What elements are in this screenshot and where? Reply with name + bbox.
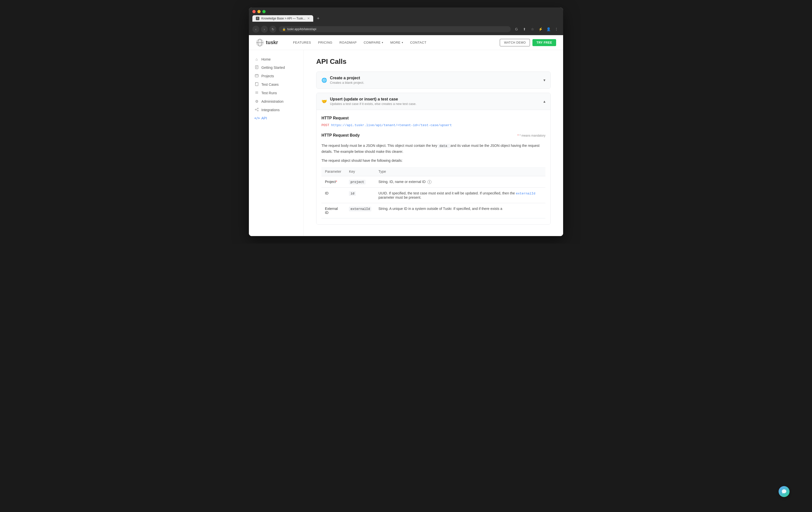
upsert-subtitle: Updates a test case if it exists, else c… bbox=[330, 102, 416, 106]
logo[interactable]: tuskr bbox=[256, 39, 278, 47]
main-content: API Calls 🌐 Create a project Creates a b… bbox=[304, 50, 563, 236]
sidebar: ⌂ Home Getting Started bbox=[249, 50, 304, 236]
integrations-icon bbox=[254, 108, 259, 112]
nav-features[interactable]: FEATURES bbox=[291, 39, 314, 46]
compare-dropdown-arrow: ▾ bbox=[382, 41, 383, 44]
sidebar-label-test-cases: Test Cases bbox=[261, 83, 279, 87]
param-project: Project* bbox=[321, 176, 345, 187]
page-title: API Calls bbox=[316, 58, 551, 65]
svg-point-11 bbox=[255, 109, 256, 110]
type-id: UUID. If specified, the test case must e… bbox=[375, 187, 545, 203]
sidebar-label-getting-started: Getting Started bbox=[261, 65, 285, 69]
tab-favicon: T bbox=[256, 17, 259, 20]
menu-button[interactable]: ⋮ bbox=[553, 26, 560, 32]
projects-icon bbox=[254, 74, 259, 78]
table-row: ID id UUID. If specified, the test case … bbox=[321, 187, 545, 203]
api-icon: </> bbox=[254, 116, 259, 120]
url-text: tuskr.app/kb/latest/api bbox=[287, 27, 316, 31]
try-free-button[interactable]: TRY FREE bbox=[532, 39, 556, 46]
create-project-title: Create a project bbox=[330, 76, 364, 80]
svg-line-15 bbox=[256, 110, 257, 111]
getting-started-icon bbox=[254, 65, 259, 70]
tab-close-button[interactable]: ✕ bbox=[307, 17, 310, 20]
sidebar-label-administration: Administration bbox=[261, 99, 284, 103]
back-button[interactable]: ‹ bbox=[252, 26, 259, 33]
forward-button[interactable]: › bbox=[261, 26, 268, 33]
type-external-id: String. A unique ID in a system outside … bbox=[375, 203, 545, 218]
http-url: POST https://api.tuskr.live/api/tenant/<… bbox=[321, 123, 545, 127]
col-parameter: Parameter bbox=[321, 167, 345, 176]
extensions-button[interactable]: ⚡ bbox=[537, 26, 544, 32]
logo-icon bbox=[256, 39, 264, 47]
administration-icon: ⚙ bbox=[254, 99, 259, 104]
body-desc-3: The request object should have the follo… bbox=[321, 158, 545, 163]
traffic-light-red[interactable] bbox=[252, 10, 256, 13]
traffic-light-green[interactable] bbox=[262, 10, 266, 13]
http-body-heading: HTTP Request Body bbox=[321, 133, 360, 138]
col-key: Key bbox=[345, 167, 375, 176]
reload-button[interactable]: ↻ bbox=[269, 26, 276, 33]
share-button[interactable]: ⬆ bbox=[521, 26, 528, 32]
table-row: Project* project String. ID, name or ext… bbox=[321, 176, 545, 187]
body-code-data: data bbox=[438, 144, 451, 148]
accordion-upsert-header[interactable]: 🤝 Upsert (update or insert) a test case … bbox=[316, 93, 550, 110]
upsert-title: Upsert (update or insert) a test case bbox=[330, 97, 416, 101]
more-dropdown-arrow: ▾ bbox=[402, 41, 403, 44]
upsert-body: HTTP Request POST https://api.tuskr.live… bbox=[316, 110, 550, 224]
sidebar-label-projects: Projects bbox=[261, 74, 274, 78]
tab-title: Knowledge Base > API — Tusk... bbox=[261, 17, 305, 20]
sidebar-label-test-runs: Test Runs bbox=[261, 91, 277, 95]
svg-line-14 bbox=[256, 109, 257, 110]
sidebar-item-test-cases[interactable]: Test Cases bbox=[249, 80, 303, 89]
logo-text: tuskr bbox=[266, 40, 278, 46]
google-account-button[interactable]: G bbox=[513, 26, 520, 32]
param-id: ID bbox=[321, 187, 345, 203]
create-project-icon: 🌐 bbox=[321, 78, 327, 83]
param-external-id: External ID bbox=[321, 203, 345, 218]
sidebar-item-integrations[interactable]: Integrations bbox=[249, 106, 303, 114]
accordion-create-project-header[interactable]: 🌐 Create a project Creates a blank proje… bbox=[316, 72, 550, 89]
key-id: id bbox=[345, 187, 375, 203]
test-cases-icon bbox=[254, 82, 259, 87]
svg-point-13 bbox=[257, 110, 258, 111]
address-bar[interactable]: 🔒 tuskr.app/kb/latest/api bbox=[279, 26, 511, 32]
sidebar-item-home[interactable]: ⌂ Home bbox=[249, 55, 303, 63]
info-icon-project[interactable]: ℹ bbox=[428, 180, 431, 184]
type-project: String. ID, name or external ID ℹ bbox=[375, 176, 545, 187]
col-type: Type bbox=[375, 167, 545, 176]
external-id-inline: externalId bbox=[516, 192, 535, 195]
required-star: * bbox=[336, 180, 337, 184]
http-path: https://api.tuskr.live/api/tenant/<tenan… bbox=[331, 123, 452, 127]
lock-icon: 🔒 bbox=[282, 28, 286, 31]
test-runs-icon bbox=[254, 91, 259, 95]
profile-button[interactable]: 👤 bbox=[545, 26, 552, 32]
nav-pricing[interactable]: PRICING bbox=[316, 39, 335, 46]
top-navbar: tuskr FEATURES PRICING ROADMAP COMPARE ▾… bbox=[249, 35, 563, 50]
nav-links: FEATURES PRICING ROADMAP COMPARE ▾ MORE … bbox=[291, 39, 500, 46]
active-tab[interactable]: T Knowledge Base > API — Tusk... ✕ bbox=[252, 15, 313, 22]
http-method: POST bbox=[321, 123, 329, 127]
sidebar-item-getting-started[interactable]: Getting Started bbox=[249, 63, 303, 72]
sidebar-item-projects[interactable]: Projects bbox=[249, 72, 303, 80]
watch-demo-button[interactable]: WATCH DEMO bbox=[500, 39, 530, 47]
create-project-chevron: ▾ bbox=[543, 78, 545, 83]
upsert-chevron: ▴ bbox=[543, 99, 545, 104]
http-request-heading: HTTP Request bbox=[321, 116, 545, 120]
nav-more[interactable]: MORE ▾ bbox=[388, 39, 406, 46]
param-table: Parameter Key Type Project* bbox=[321, 167, 545, 218]
svg-rect-7 bbox=[255, 74, 258, 77]
home-icon: ⌂ bbox=[254, 57, 259, 61]
new-tab-button[interactable]: + bbox=[315, 16, 321, 22]
sidebar-item-administration[interactable]: ⚙ Administration bbox=[249, 97, 303, 106]
sidebar-item-test-runs[interactable]: Test Runs bbox=[249, 89, 303, 97]
nav-contact[interactable]: CONTACT bbox=[407, 39, 429, 46]
sidebar-label-api: API bbox=[261, 116, 267, 120]
accordion-create-project: 🌐 Create a project Creates a blank proje… bbox=[316, 71, 551, 89]
nav-compare[interactable]: COMPARE ▾ bbox=[361, 39, 386, 46]
sidebar-label-integrations: Integrations bbox=[261, 108, 280, 112]
nav-roadmap[interactable]: ROADMAP bbox=[337, 39, 359, 46]
sidebar-item-api[interactable]: </> API bbox=[249, 114, 303, 122]
body-desc-1: The request body must be a JSON object. … bbox=[321, 143, 545, 154]
traffic-light-yellow[interactable] bbox=[257, 10, 261, 13]
bookmark-button[interactable]: ☆ bbox=[529, 26, 536, 32]
